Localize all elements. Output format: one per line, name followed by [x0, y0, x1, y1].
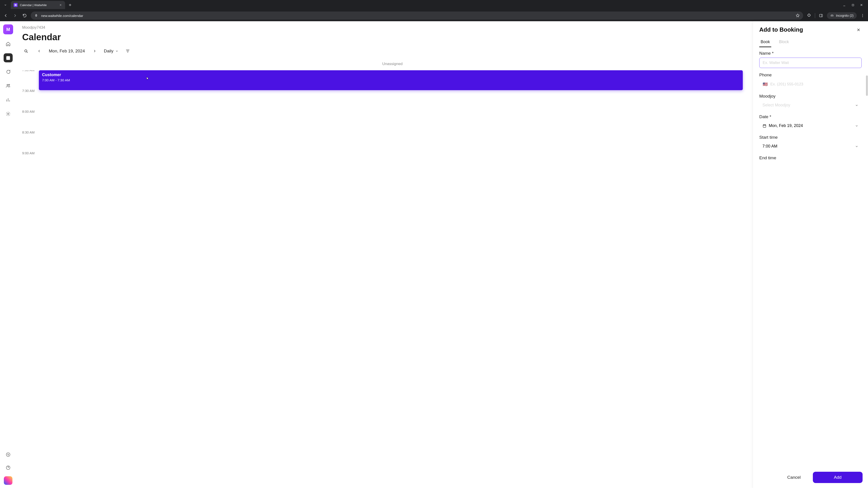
date-label: Date — [759, 114, 862, 119]
window-minimize-icon[interactable] — [842, 3, 846, 7]
svg-rect-1 — [819, 14, 823, 17]
sidebar-item-power[interactable] — [4, 450, 13, 459]
nav-back-button[interactable] — [2, 12, 9, 19]
svg-point-11 — [25, 50, 27, 52]
nav-reload-button[interactable] — [21, 12, 28, 19]
service-select[interactable]: Select Moodjoy — [759, 101, 862, 110]
calendar-small-icon — [763, 124, 767, 128]
profile-avatar[interactable] — [4, 476, 12, 485]
page-title: Calendar — [22, 32, 747, 42]
date-value: Mon, Feb 19, 2024 — [769, 123, 803, 128]
window-maximize-icon[interactable] — [851, 3, 855, 7]
sidebar-item-help[interactable] — [4, 463, 13, 472]
browser-toolbar: new.waitwhile.com/calendar Incognito (2) — [0, 10, 868, 21]
calendar-grid[interactable]: 7:00 AM Customer 7:00 AM - 7:30 AM 7:30 … — [22, 70, 747, 488]
chevron-down-icon — [855, 124, 859, 128]
panel-tabs: Book Block — [753, 35, 868, 47]
tab-book[interactable]: Book — [759, 37, 771, 47]
tab-block[interactable]: Block — [778, 37, 790, 47]
end-time-label: End time — [759, 156, 862, 160]
calendar-pane: Moodjoy7434 Calendar Mon, Feb 19, 2024 D… — [16, 21, 753, 488]
new-tab-button[interactable] — [67, 2, 73, 8]
tab-title: Calendar | Waitwhile — [20, 3, 57, 7]
svg-point-3 — [862, 15, 863, 16]
time-label: 7:00 AM — [22, 70, 37, 72]
sidebar-item-analytics[interactable] — [4, 95, 13, 104]
cursor-icon — [145, 76, 150, 82]
site-info-icon[interactable] — [34, 13, 38, 18]
panel-title: Add to Booking — [759, 26, 803, 33]
sidebar-item-messages[interactable] — [4, 67, 13, 76]
tab-close-icon[interactable] — [59, 3, 62, 7]
favicon-icon — [13, 3, 18, 7]
sidebar-item-calendar[interactable] — [4, 53, 13, 62]
incognito-label: Incognito (2) — [836, 14, 854, 18]
start-time-select[interactable]: 7:00 AM — [759, 142, 862, 151]
calendar-filter-button[interactable] — [124, 47, 131, 55]
chevron-down-icon — [855, 103, 859, 107]
sidebar: M — [0, 21, 16, 488]
name-input[interactable] — [759, 58, 862, 68]
phone-label: Phone — [759, 72, 862, 77]
name-label: Name — [759, 51, 862, 56]
phone-input[interactable]: 🇺🇸 Ex. (201) 555-0123 — [759, 79, 862, 89]
panel-scrollbar[interactable] — [866, 75, 868, 184]
calendar-event[interactable]: Customer 7:00 AM - 7:30 AM — [39, 70, 743, 90]
calendar-search-button[interactable] — [22, 47, 30, 55]
svg-point-7 — [8, 84, 10, 86]
address-bar[interactable]: new.waitwhile.com/calendar — [31, 11, 803, 20]
incognito-indicator[interactable]: Incognito (2) — [827, 12, 857, 19]
tab-search-dropdown[interactable] — [2, 1, 9, 8]
calendar-column-header: Unassigned — [38, 62, 747, 66]
sidebar-item-customers[interactable] — [4, 81, 13, 90]
tab-strip: Calendar | Waitwhile — [0, 0, 868, 10]
chevron-down-icon — [115, 50, 119, 53]
panel-form: Name Phone 🇺🇸 Ex. (201) 555-0123 Moodjoy… — [753, 47, 868, 468]
bookmark-star-icon[interactable] — [796, 13, 800, 18]
svg-point-8 — [7, 113, 9, 115]
app-root: M Moodjoy7434 — [0, 21, 868, 488]
calendar-view-select[interactable]: Daily — [104, 48, 119, 54]
svg-point-2 — [862, 14, 863, 15]
sidebar-item-settings[interactable] — [4, 109, 13, 119]
time-label: 7:30 AM — [22, 89, 37, 93]
svg-point-6 — [7, 85, 8, 86]
browser-menu-icon[interactable] — [860, 12, 866, 19]
svg-rect-0 — [852, 4, 854, 6]
svg-rect-12 — [763, 125, 766, 127]
calendar-toolbar: Mon, Feb 19, 2024 Daily — [22, 47, 747, 55]
svg-point-4 — [862, 17, 863, 17]
calendar-date-label[interactable]: Mon, Feb 19, 2024 — [49, 48, 85, 54]
sidebar-item-home[interactable] — [4, 39, 13, 48]
extensions-icon[interactable] — [806, 12, 812, 19]
service-label: Moodjoy — [759, 94, 862, 99]
sidepanel-icon[interactable] — [818, 12, 824, 19]
calendar-prev-button[interactable] — [35, 47, 43, 55]
add-button[interactable]: Add — [813, 472, 863, 483]
org-name: Moodjoy7434 — [22, 25, 747, 30]
time-label: 8:30 AM — [22, 130, 37, 134]
panel-close-button[interactable] — [855, 27, 862, 33]
svg-rect-5 — [6, 57, 10, 60]
browser-chrome: Calendar | Waitwhile new.waitwhile.com/c… — [0, 0, 868, 21]
time-label: 8:00 AM — [22, 109, 37, 113]
window-close-icon[interactable] — [860, 3, 864, 7]
booking-panel: Add to Booking Book Block Name Phone 🇺🇸 — [753, 21, 868, 488]
calendar-next-button[interactable] — [91, 47, 98, 55]
window-controls — [842, 3, 866, 7]
url-text: new.waitwhile.com/calendar — [41, 14, 83, 18]
flag-us-icon[interactable]: 🇺🇸 — [763, 82, 768, 87]
nav-forward-button[interactable] — [12, 12, 19, 19]
date-select[interactable]: Mon, Feb 19, 2024 — [759, 121, 862, 130]
incognito-icon — [830, 13, 834, 18]
start-time-value: 7:00 AM — [763, 144, 777, 149]
browser-tab[interactable]: Calendar | Waitwhile — [11, 1, 65, 9]
cancel-button[interactable]: Cancel — [779, 472, 809, 483]
start-time-label: Start time — [759, 135, 862, 140]
panel-footer: Cancel Add — [753, 468, 868, 488]
workspace-badge[interactable]: M — [3, 24, 13, 34]
chevron-down-icon — [855, 144, 859, 148]
time-label: 9:00 AM — [22, 151, 37, 155]
